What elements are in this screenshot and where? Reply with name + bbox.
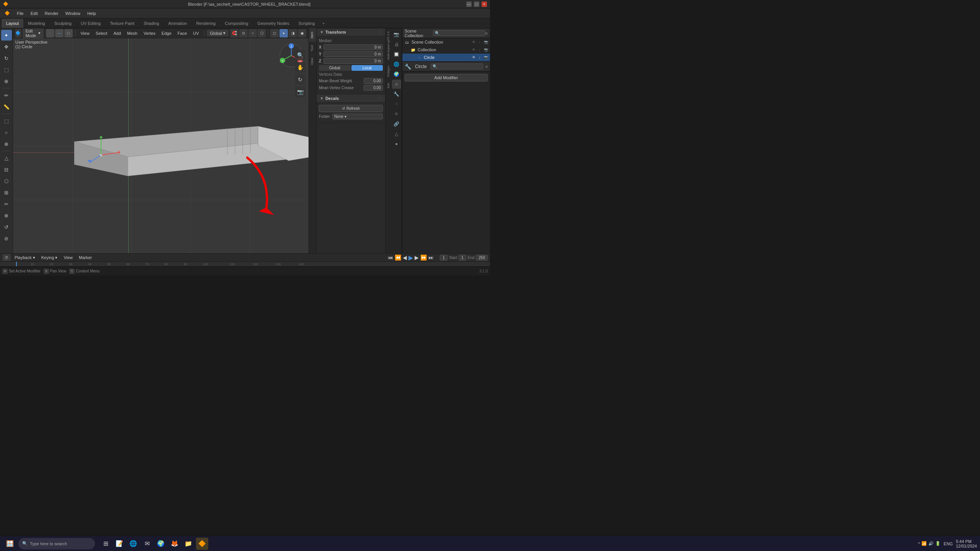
refresh-button[interactable]: ↺ Refresh: [319, 105, 383, 112]
outliner-item-collection[interactable]: 📁 Collection 👁 ↓ 📷: [402, 46, 490, 54]
tool-circle-select[interactable]: ○: [1, 127, 12, 138]
menu-window[interactable]: Window: [62, 10, 83, 16]
close-btn[interactable]: ✕: [482, 2, 487, 7]
next-frame-btn[interactable]: ⏩: [420, 254, 427, 261]
add-menu[interactable]: Add: [111, 30, 123, 36]
tool-rotate[interactable]: ↻: [1, 53, 12, 64]
minimize-btn[interactable]: —: [466, 2, 472, 7]
props-constraints-icon[interactable]: 🔗: [392, 119, 401, 129]
prev-keyframe-btn[interactable]: ◀: [403, 254, 407, 261]
tool-measure[interactable]: 📏: [1, 101, 12, 112]
vis-eye[interactable]: 👁: [471, 39, 476, 45]
circle-eye[interactable]: 👁: [471, 55, 476, 60]
props-output-icon[interactable]: 🖨: [392, 40, 401, 49]
tool-move[interactable]: ✥: [1, 41, 12, 52]
props-scene-icon[interactable]: 🌐: [392, 60, 401, 69]
mesh-menu[interactable]: Mesh: [125, 30, 140, 36]
add-workspace-btn[interactable]: +: [319, 19, 328, 28]
window-controls[interactable]: — □ ✕: [466, 2, 487, 7]
circle-render[interactable]: 📷: [483, 55, 488, 60]
tab-compositing[interactable]: Compositing: [220, 19, 253, 28]
tool-extrude[interactable]: △: [1, 153, 12, 163]
x-value[interactable]: 0 m: [323, 44, 383, 50]
menu-help[interactable]: Help: [84, 10, 99, 16]
collection-eye[interactable]: 👁: [471, 47, 476, 52]
mean-vertex-crease-value[interactable]: 0.00: [364, 85, 383, 91]
menu-render[interactable]: Render: [42, 10, 62, 16]
end-frame-input[interactable]: 250: [476, 255, 488, 261]
play-btn[interactable]: ▶: [408, 254, 413, 261]
snap-btn[interactable]: 🧲: [230, 29, 238, 37]
playback-menu[interactable]: Playback ▾: [12, 254, 38, 261]
tool-inset[interactable]: ⊟: [1, 164, 12, 175]
transform-options[interactable]: ⋮: [379, 30, 382, 34]
menu-edit[interactable]: Edit: [28, 10, 41, 16]
y-value[interactable]: 0 m: [323, 51, 383, 57]
edge-menu[interactable]: Edge: [159, 30, 174, 36]
add-modifier-button[interactable]: Add Modifier: [405, 74, 488, 82]
tab-geometry-nodes[interactable]: Geometry Nodes: [253, 19, 294, 28]
menu-blender[interactable]: 🔶: [2, 10, 13, 16]
z-value[interactable]: 0 m: [323, 58, 383, 64]
tool-lasso[interactable]: ⊗: [1, 139, 12, 149]
keying-menu[interactable]: Keying ▾: [39, 254, 60, 261]
tab-modeling[interactable]: Modeling: [23, 19, 50, 28]
tool-polyform[interactable]: ⊕: [1, 210, 12, 221]
decals-options[interactable]: ⋮: [379, 96, 382, 100]
decals-section-header[interactable]: ▼ Decals ⋮: [317, 95, 385, 103]
edit-mode-dropdown[interactable]: Edit Mode ▾: [23, 28, 44, 39]
n-tab-view[interactable]: View: [309, 54, 316, 68]
face-select-btn[interactable]: □: [64, 29, 73, 37]
playhead[interactable]: [16, 262, 17, 266]
uv-menu[interactable]: UV: [191, 30, 201, 36]
proportional-btn[interactable]: ⊙: [239, 29, 248, 37]
pan-btn[interactable]: ✋: [295, 62, 305, 73]
zoom-btn[interactable]: 🔍: [295, 50, 305, 60]
outliner-search-input[interactable]: [433, 30, 485, 36]
xray-btn[interactable]: ⬡: [258, 29, 266, 37]
jump-start-btn[interactable]: ⏮: [388, 254, 393, 261]
props-material-icon[interactable]: ●: [392, 139, 401, 148]
tool-spin[interactable]: ↺: [1, 222, 12, 232]
global-toggle[interactable]: Global: [319, 65, 351, 71]
wireframe-btn[interactable]: ◻: [270, 29, 279, 37]
marker-menu[interactable]: Marker: [77, 254, 94, 261]
tool-shear[interactable]: ⊘: [1, 233, 12, 244]
tool-box-select[interactable]: ⬚: [1, 116, 12, 126]
outliner-filter-btn[interactable]: ≡: [485, 31, 488, 36]
view-menu[interactable]: View: [78, 30, 92, 36]
tab-layout[interactable]: Layout: [2, 19, 23, 28]
solid-btn[interactable]: ●: [279, 29, 288, 37]
props-physics-icon[interactable]: ⚛: [392, 109, 401, 119]
transform-section-header[interactable]: ▼ Transform ⋮: [317, 28, 385, 36]
orbit-btn[interactable]: ↻: [295, 74, 305, 85]
tool-scale[interactable]: ⬚: [1, 64, 12, 75]
tool-knife[interactable]: ✂: [1, 199, 12, 209]
props-particles-icon[interactable]: ⁘: [392, 99, 401, 109]
edge-select-btn[interactable]: —: [55, 29, 64, 37]
props-render-icon[interactable]: 📷: [392, 30, 401, 39]
tool-cursor[interactable]: ✦: [1, 30, 12, 41]
vis-render[interactable]: 📷: [483, 39, 488, 45]
tab-sculpting[interactable]: Sculpting: [50, 19, 76, 28]
tab-scripting[interactable]: Scripting: [294, 19, 319, 28]
select-menu[interactable]: Select: [93, 30, 110, 36]
circle-cursor[interactable]: ↓: [477, 55, 482, 60]
vis-cursor[interactable]: ↓: [477, 39, 482, 45]
current-frame-input[interactable]: 1: [440, 255, 448, 261]
material-btn[interactable]: ◑: [289, 29, 297, 37]
tool-annotate[interactable]: ✏: [1, 90, 12, 101]
tab-uv-editing[interactable]: UV Editing: [76, 19, 105, 28]
multi-export-label[interactable]: Multi-Export glTF 2.0: [386, 28, 391, 63]
start-frame-input[interactable]: 1: [459, 255, 466, 261]
tab-texture-paint[interactable]: Texture Paint: [105, 19, 139, 28]
props-world-icon[interactable]: 🌍: [392, 70, 401, 79]
viewport-canvas[interactable]: User Perspective (1) Circle Z X: [13, 38, 309, 253]
rendered-btn[interactable]: ◉: [298, 29, 306, 37]
props-search-input[interactable]: [431, 64, 483, 69]
mean-bevel-weight-value[interactable]: 0.00: [364, 78, 383, 84]
tool-loop-cut[interactable]: ⊞: [1, 187, 12, 198]
props-modifier-icon[interactable]: 🔧: [392, 90, 401, 99]
props-filter-btn[interactable]: ≡: [485, 64, 488, 69]
tab-rendering[interactable]: Rendering: [191, 19, 220, 28]
